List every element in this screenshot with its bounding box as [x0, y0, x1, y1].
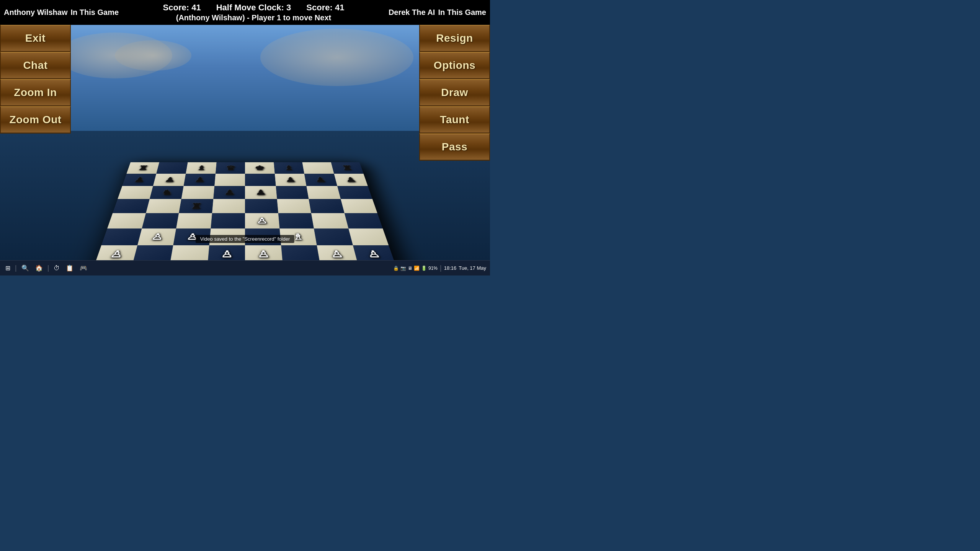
wifi-icon: 📶: [414, 266, 420, 271]
chess-cell[interactable]: [156, 162, 188, 174]
options-button[interactable]: Options: [419, 52, 490, 79]
chess-cell[interactable]: [277, 199, 311, 213]
chess-cell[interactable]: [132, 245, 173, 260]
black-piece: ♟: [245, 186, 277, 199]
taskbar-grid-icon[interactable]: ⊞: [4, 264, 12, 272]
chess-cell[interactable]: ♞: [149, 186, 183, 199]
chat-button[interactable]: Chat: [0, 52, 71, 79]
white-piece: ♙: [245, 213, 279, 228]
taskbar-left: ⊞ | 🔍 🏠 | ⏱ 📋 🎮: [4, 264, 89, 272]
chess-cell[interactable]: ♜: [331, 162, 363, 174]
system-tray: 🔒 📷 🖥 📶 🔋 91%: [393, 266, 438, 271]
draw-button[interactable]: Draw: [419, 79, 490, 106]
header-center: Score: 41 Half Move Clock: 3 Score: 41 (…: [163, 3, 345, 22]
chess-cell[interactable]: ♙: [353, 245, 395, 260]
board-container[interactable]: ♜♝♛♚♝♜♟♟♟♟♟♟♞♟♟♜♙♙♙♗♙♙♙♙♙♖♗♕♔♘♖: [0, 25, 490, 260]
chess-cell[interactable]: [146, 199, 181, 213]
chess-cell[interactable]: ♟: [184, 174, 216, 186]
chess-cell[interactable]: ♚: [245, 162, 274, 174]
black-piece: ♟: [274, 174, 306, 186]
chess-cell[interactable]: ♙: [317, 245, 358, 260]
chess-cell[interactable]: [344, 213, 383, 228]
taskbar-search-icon[interactable]: 🔍: [20, 264, 31, 272]
score2-display: Score: 41: [306, 3, 344, 13]
taskbar-divider-2: |: [47, 264, 49, 272]
chess-cell[interactable]: ♟: [274, 174, 306, 186]
turn-indicator: (Anthony Wilshaw) - Player 1 to move Nex…: [176, 13, 331, 22]
taskbar-clock-icon[interactable]: ⏱: [52, 264, 61, 272]
chess-cell[interactable]: [276, 186, 309, 199]
pass-button[interactable]: Pass: [419, 134, 490, 161]
chess-cell[interactable]: [341, 199, 377, 213]
chess-cell[interactable]: [306, 186, 340, 199]
chess-cell[interactable]: ♜: [179, 199, 213, 213]
taskbar: ⊞ | 🔍 🏠 | ⏱ 📋 🎮 🔒 📷 🖥 📶 🔋 91% | 18:16 Tu…: [0, 260, 490, 276]
chess-cell[interactable]: ♙: [245, 245, 283, 260]
resign-button[interactable]: Resign: [419, 25, 490, 52]
chess-cell[interactable]: ♙: [95, 245, 137, 260]
battery-percent: 91%: [428, 266, 438, 271]
chess-cell[interactable]: [278, 213, 314, 228]
chess-cell[interactable]: ♝: [186, 162, 216, 174]
black-piece: ♟: [334, 174, 368, 186]
game-area: ♜♝♛♚♝♜♟♟♟♟♟♟♞♟♟♜♙♙♙♗♙♙♙♙♙♖♗♕♔♘♖ Video sa…: [0, 25, 490, 260]
white-piece: ♙: [137, 228, 176, 245]
chess-cell[interactable]: [181, 186, 214, 199]
chess-cell[interactable]: [107, 213, 146, 228]
header-bar: Anthony Wilshaw In This Game Score: 41 H…: [0, 0, 490, 25]
chess-cell[interactable]: [142, 213, 179, 228]
player2-status: In This Game: [438, 8, 486, 17]
zoom-in-button[interactable]: Zoom In: [0, 79, 71, 106]
black-piece: ♜: [127, 162, 159, 174]
chess-cell[interactable]: [337, 186, 372, 199]
taskbar-clipboard-icon[interactable]: 📋: [64, 264, 75, 272]
white-piece: ♙: [317, 245, 358, 260]
chess-cell[interactable]: ♝: [274, 162, 304, 174]
chess-cell[interactable]: [309, 199, 344, 213]
chess-cell[interactable]: [211, 213, 245, 228]
chess-cell[interactable]: [113, 199, 149, 213]
chess-cell[interactable]: ♟: [334, 174, 368, 186]
chess-board[interactable]: ♜♝♛♚♝♜♟♟♟♟♟♟♞♟♟♜♙♙♙♗♙♙♙♙♙♖♗♕♔♘♖: [88, 162, 402, 260]
black-piece: ♜: [179, 199, 213, 213]
chess-cell[interactable]: [314, 228, 353, 245]
black-piece: ♟: [184, 174, 216, 186]
chess-cell[interactable]: ♟: [304, 174, 337, 186]
chess-cell[interactable]: ♟: [122, 174, 156, 186]
chess-cell[interactable]: [302, 162, 334, 174]
chess-cell[interactable]: ♟: [245, 186, 277, 199]
white-piece: ♙: [245, 245, 283, 260]
chess-cell[interactable]: [311, 213, 348, 228]
chess-cell[interactable]: ♙: [137, 228, 176, 245]
chess-cell[interactable]: ♜: [127, 162, 159, 174]
chess-cell[interactable]: [245, 199, 278, 213]
chess-cell[interactable]: [245, 174, 276, 186]
chess-cell[interactable]: ♟: [213, 186, 245, 199]
chess-cell[interactable]: [348, 228, 389, 245]
taskbar-game-icon[interactable]: 🎮: [78, 264, 89, 272]
black-piece: ♞: [149, 186, 183, 199]
chess-cell[interactable]: [212, 199, 245, 213]
chess-cell[interactable]: ♙: [245, 213, 279, 228]
zoom-out-button[interactable]: Zoom Out: [0, 106, 71, 134]
chess-cell[interactable]: ♟: [153, 174, 186, 186]
chess-cell[interactable]: [176, 213, 212, 228]
chess-cell[interactable]: ♛: [216, 162, 245, 174]
chess-cell[interactable]: [214, 174, 245, 186]
player1-name: Anthony Wilshaw: [4, 8, 67, 17]
battery-icon: 🔋: [421, 266, 427, 271]
exit-button[interactable]: Exit: [0, 25, 71, 52]
half-move-display: Half Move Clock: 3: [216, 3, 291, 13]
taskbar-divider-1: |: [15, 264, 17, 272]
notification-bar: Video saved to the "Screenrecord" folder: [196, 235, 294, 243]
chess-cell[interactable]: [281, 245, 320, 260]
taunt-button[interactable]: Taunt: [419, 106, 490, 134]
chess-cell[interactable]: [118, 186, 153, 199]
screenshot-icon: 📷: [400, 266, 406, 271]
chess-cell[interactable]: ♙: [207, 245, 245, 260]
black-piece: ♟: [122, 174, 156, 186]
chess-cell[interactable]: [101, 228, 142, 245]
taskbar-home-icon[interactable]: 🏠: [34, 264, 44, 272]
player1-status: In This Game: [70, 8, 119, 17]
chess-cell[interactable]: [170, 245, 209, 260]
